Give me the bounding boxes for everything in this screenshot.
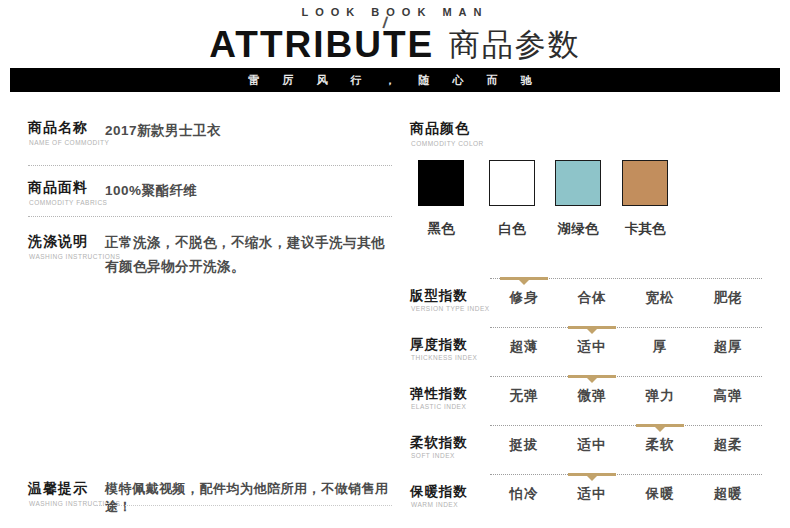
index-option: 适中 xyxy=(558,485,626,503)
row-sublabel: NAME OF COMMODITY xyxy=(29,139,109,146)
index-option: 无弹 xyxy=(490,387,558,405)
index-option: 适中 xyxy=(558,436,626,454)
dotted-separator xyxy=(28,165,392,166)
swatch-label: 黑色 xyxy=(408,220,474,238)
color-swatch-khaki xyxy=(622,160,668,206)
index-label: 厚度指数 xyxy=(410,336,468,354)
index-option: 厚 xyxy=(626,338,694,356)
row-value: 2017新款男士卫衣 xyxy=(105,119,395,143)
index-label: 版型指数 xyxy=(410,287,468,305)
index-label: 保暖指数 xyxy=(410,483,468,501)
index-row-softness: 柔软指数 SOFT INDEX 挺拔 适中 柔软 超柔 xyxy=(410,425,762,469)
row-sublabel: COMMODITY FABRICS xyxy=(29,199,107,206)
index-label: 柔软指数 xyxy=(410,434,468,452)
swatch-label: 白色 xyxy=(479,220,545,238)
section-sublabel: COMMODITY COLOR xyxy=(411,140,484,147)
selection-marker xyxy=(636,424,684,427)
selection-marker xyxy=(568,375,616,378)
index-option: 超柔 xyxy=(694,436,762,454)
index-options: 挺拔 适中 柔软 超柔 xyxy=(490,425,762,469)
color-swatch-lakegreen xyxy=(555,160,601,206)
swatch-label: 湖绿色 xyxy=(545,220,611,238)
color-swatch-white xyxy=(489,160,535,206)
index-row-warmth: 保暖指数 WARM INDEX 怕冷 适中 保暖 超暖 xyxy=(410,474,762,518)
color-swatch-black xyxy=(418,160,464,206)
index-sublabel: VERSION TYPE INDEX xyxy=(411,305,490,312)
dotted-line xyxy=(490,376,762,377)
index-options: 怕冷 适中 保暖 超暖 xyxy=(490,474,762,518)
index-option: 怕冷 xyxy=(490,485,558,503)
index-option: 保暖 xyxy=(626,485,694,503)
index-options: 修身 合体 宽松 肥佬 xyxy=(490,278,762,322)
dotted-line xyxy=(490,327,762,328)
index-sublabel: SOFT INDEX xyxy=(411,452,455,459)
dotted-line xyxy=(490,474,762,475)
index-option: 宽松 xyxy=(626,289,694,307)
index-row-elastic: 弹性指数 ELASTIC INDEX 无弹 微弹 弹力 高弹 xyxy=(410,376,762,420)
index-options: 无弹 微弹 弹力 高弹 xyxy=(490,376,762,420)
selection-marker xyxy=(500,277,548,280)
section-label: 商品颜色 xyxy=(410,120,470,138)
index-option: 超厚 xyxy=(694,338,762,356)
row-label: 洗涤说明 xyxy=(28,233,88,251)
index-option: 挺拔 xyxy=(490,436,558,454)
page-title-zh: 商品参数 xyxy=(449,27,581,62)
row-label: 商品名称 xyxy=(28,119,88,137)
row-value: 100%聚酯纤维 xyxy=(105,179,395,203)
row-value: 正常洗涤，不脱色，不缩水，建议手洗与其他有颜色异物分开洗涤。 xyxy=(105,231,395,279)
dotted-separator xyxy=(28,216,392,217)
dotted-line xyxy=(490,278,762,279)
index-option: 高弹 xyxy=(694,387,762,405)
page-title: ATTRIBUTE 商品参数 xyxy=(0,24,790,66)
row-label: 温馨提示 xyxy=(28,480,88,498)
page-title-en: ATTRIBUTE xyxy=(209,24,434,65)
index-label: 弹性指数 xyxy=(410,385,468,403)
index-sublabel: ELASTIC INDEX xyxy=(411,403,466,410)
index-option: 超暖 xyxy=(694,485,762,503)
selection-marker xyxy=(568,473,616,476)
product-attribute-page: LOOK BOOK MAN / ATTRIBUTE 商品参数 雷 厉 风 行 ，… xyxy=(0,0,790,528)
row-value: 模特佩戴视频，配件均为他陪所用，不做销售用途！ xyxy=(105,480,397,516)
index-sublabel: THICKNESS INDEX xyxy=(411,354,477,361)
index-option: 适中 xyxy=(558,338,626,356)
selection-marker xyxy=(568,326,616,329)
index-option: 柔软 xyxy=(626,436,694,454)
index-sublabel: WARM INDEX xyxy=(411,501,458,508)
index-row-thickness: 厚度指数 THICKNESS INDEX 超薄 适中 厚 超厚 xyxy=(410,327,762,371)
index-option: 弹力 xyxy=(626,387,694,405)
index-option: 微弹 xyxy=(558,387,626,405)
eyebrow-text: LOOK BOOK MAN xyxy=(0,6,790,18)
dotted-line xyxy=(490,425,762,426)
dotted-separator xyxy=(95,505,392,506)
index-option: 合体 xyxy=(558,289,626,307)
index-option: 肥佬 xyxy=(694,289,762,307)
index-option: 修身 xyxy=(490,289,558,307)
slogan-banner: 雷 厉 风 行 ， 随 心 而 驰 xyxy=(10,68,780,92)
index-option: 超薄 xyxy=(490,338,558,356)
index-row-fit: 版型指数 VERSION TYPE INDEX 修身 合体 宽松 肥佬 xyxy=(410,278,762,322)
swatch-label: 卡其色 xyxy=(612,220,678,238)
row-label: 商品面料 xyxy=(28,179,88,197)
index-options: 超薄 适中 厚 超厚 xyxy=(490,327,762,371)
